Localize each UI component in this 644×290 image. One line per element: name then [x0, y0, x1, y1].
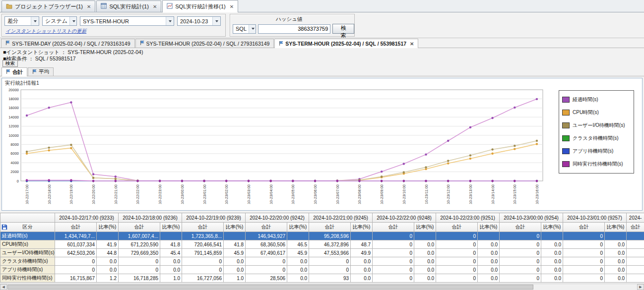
ratio-cell[interactable]: 46.5: [287, 240, 309, 249]
row-label-cell[interactable]: アプリ待機時間(s): [0, 266, 55, 274]
total-cell[interactable]: 0: [373, 274, 414, 283]
total-cell[interactable]: 0: [563, 249, 605, 257]
total-cell[interactable]: 16,715,867: [55, 274, 97, 283]
ratio-cell[interactable]: 0.0: [414, 240, 436, 249]
ratio-cell[interactable]: 0.0: [351, 274, 373, 283]
date-select[interactable]: 2024-10-23: [177, 16, 221, 26]
timestamp-column-header[interactable]: 2024-10-22/21:00 (9245): [309, 213, 373, 223]
ratio-cell[interactable]: 1.0: [224, 274, 246, 283]
ratio-sub-header[interactable]: 比率(%): [414, 223, 436, 232]
timestamp-column-header[interactable]: 2024-10-22/20:00 (9242): [246, 213, 309, 223]
ratio-cell[interactable]: 48.7: [351, 240, 373, 249]
ratio-cell[interactable]: 45.4: [160, 249, 182, 257]
table-row[interactable]: アプリ待機時間(s)00.000.000.000.000.000.000.000…: [0, 266, 644, 274]
ratio-sub-header[interactable]: 比率(%): [287, 223, 309, 232]
timestamp-column-header[interactable]: 2024-: [627, 213, 644, 223]
close-icon[interactable]: ✕: [410, 41, 414, 47]
total-cell[interactable]: 16,727,056: [182, 274, 224, 283]
ratio-cell[interactable]: 0.0: [478, 266, 500, 274]
ratio-cell[interactable]: 0.0: [478, 249, 500, 257]
total-cell[interactable]: 0: [309, 266, 351, 274]
ratio-sub-header[interactable]: 比率(%): [224, 223, 246, 232]
ratio-cell[interactable]: 0.0: [351, 266, 373, 274]
ratio-sub-header[interactable]: 比率(%): [160, 223, 182, 232]
total-cell[interactable]: 1,434,749,7...: [55, 232, 97, 240]
timestamp-column-header[interactable]: 2024-10-22/18:00 (9236): [119, 213, 182, 223]
system-select[interactable]: システム: [42, 16, 77, 26]
total-cell[interactable]: [627, 249, 644, 257]
ratio-cell[interactable]: [97, 232, 119, 240]
total-cell[interactable]: 0: [436, 274, 478, 283]
search-button[interactable]: 検索: [332, 24, 354, 34]
ratio-cell[interactable]: 49.9: [351, 249, 373, 257]
total-cell[interactable]: 0: [436, 257, 478, 266]
view-tab-average[interactable]: 平均: [28, 67, 54, 76]
mini-search-button[interactable]: 検索: [2, 60, 18, 67]
total-cell[interactable]: 146,943,927: [246, 232, 287, 240]
total-cell[interactable]: 0: [55, 266, 97, 274]
total-cell[interactable]: 28,506: [246, 274, 287, 283]
total-cell[interactable]: 720,466,541: [182, 240, 224, 249]
total-cell[interactable]: 0: [436, 249, 478, 257]
ratio-cell[interactable]: 0.0: [160, 266, 182, 274]
ratio-sub-header[interactable]: 比率(%): [605, 223, 627, 232]
total-cell[interactable]: 0: [246, 266, 287, 274]
timestamp-column-header[interactable]: 2024-10-22/23:00 (9251): [436, 213, 500, 223]
ratio-cell[interactable]: [541, 232, 563, 240]
ratio-cell[interactable]: 0.0: [605, 249, 627, 257]
total-cell[interactable]: 46,372,896: [309, 240, 351, 249]
total-cell[interactable]: 0: [563, 274, 605, 283]
ratio-cell[interactable]: 0.0: [160, 257, 182, 266]
total-sub-header[interactable]: 合計: [373, 223, 414, 232]
row-label-cell[interactable]: ユーザーI/O待機時間(s): [0, 249, 55, 257]
result-tab-hour-2[interactable]: SYS-TERM-HOUR (2025-02-04) / SQL / 55398…: [274, 39, 418, 48]
total-cell[interactable]: 0: [182, 257, 224, 266]
table-row[interactable]: クラスタ待機時間(s)00.000.000.000.000.000.000.00…: [0, 257, 644, 266]
total-sub-header[interactable]: 合計: [309, 223, 351, 232]
result-tab-hour-1[interactable]: SYS-TERM-HOUR (2025-02-04) / SQL / 27931…: [135, 39, 274, 48]
ratio-cell[interactable]: [414, 232, 436, 240]
total-sub-header[interactable]: 合計: [246, 223, 287, 232]
ratio-cell[interactable]: 45.9: [287, 249, 309, 257]
total-sub-header[interactable]: 合計: [500, 223, 541, 232]
total-cell[interactable]: 729,669,350: [119, 249, 160, 257]
timestamp-column-header[interactable]: 2024-10-23/01:00 (9257): [563, 213, 627, 223]
ratio-cell[interactable]: 0.0: [605, 274, 627, 283]
total-cell[interactable]: 0: [182, 266, 224, 274]
ratio-cell[interactable]: 41.9: [97, 240, 119, 249]
close-icon[interactable]: ✕: [153, 4, 157, 9]
total-cell[interactable]: 0: [500, 274, 541, 283]
ratio-cell[interactable]: 41.8: [224, 240, 246, 249]
total-sub-header[interactable]: 合計: [627, 223, 644, 232]
ratio-sub-header[interactable]: 比率(%): [541, 223, 563, 232]
horizontal-scrollbar[interactable]: ◀ ▶: [0, 284, 644, 290]
ratio-cell[interactable]: [478, 232, 500, 240]
ratio-cell[interactable]: 0.0: [541, 257, 563, 266]
ratio-sub-header[interactable]: 比率(%): [351, 223, 373, 232]
total-cell[interactable]: 0: [500, 266, 541, 274]
total-cell[interactable]: 0: [309, 257, 351, 266]
total-cell[interactable]: 16,718,285: [119, 274, 160, 283]
total-cell[interactable]: 0: [563, 266, 605, 274]
ratio-cell[interactable]: [160, 232, 182, 240]
ratio-cell[interactable]: 0.0: [605, 266, 627, 274]
ratio-cell[interactable]: 0.0: [541, 249, 563, 257]
view-tab-total[interactable]: 合計: [1, 67, 27, 76]
ratio-cell[interactable]: 41.8: [160, 240, 182, 249]
total-cell[interactable]: 0: [373, 240, 414, 249]
close-icon[interactable]: ✕: [87, 4, 91, 9]
ratio-cell[interactable]: 0.0: [478, 240, 500, 249]
row-label-cell[interactable]: 同時実行性待機時間(s): [0, 274, 55, 283]
row-label-cell[interactable]: 経過時間(s): [0, 232, 55, 240]
total-cell[interactable]: 0: [436, 240, 478, 249]
ratio-cell[interactable]: [287, 232, 309, 240]
total-cell[interactable]: 0: [373, 232, 414, 240]
total-cell[interactable]: 68,360,506: [246, 240, 287, 249]
total-cell[interactable]: 93: [309, 274, 351, 283]
total-cell[interactable]: 0: [500, 232, 541, 240]
total-cell[interactable]: 0: [119, 266, 160, 274]
ratio-cell[interactable]: 1.0: [160, 274, 182, 283]
hash-type-select[interactable]: SQL: [233, 24, 256, 34]
total-cell[interactable]: 601,037,334: [55, 240, 97, 249]
hash-value-input[interactable]: [258, 24, 330, 34]
